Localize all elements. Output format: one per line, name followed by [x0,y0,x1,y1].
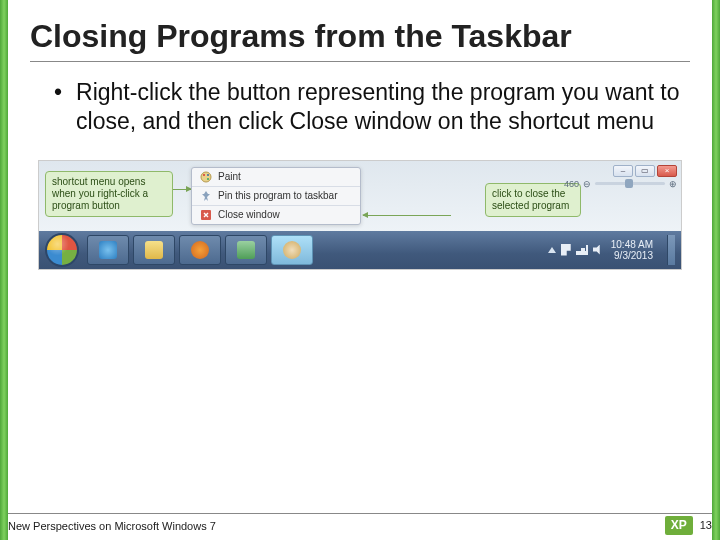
show-desktop-button[interactable] [667,235,675,265]
menu-item-pin[interactable]: Pin this program to taskbar [192,186,360,205]
svg-point-2 [207,174,209,176]
maximize-button[interactable]: ▭ [635,165,655,177]
action-center-icon[interactable] [561,244,571,256]
zoom-out-icon[interactable]: ⊖ [583,179,591,189]
sound-icon[interactable] [593,245,603,255]
menu-label-pin: Pin this program to taskbar [218,190,338,201]
system-tray: 10:48 AM 9/3/2013 [548,235,675,265]
arrow-to-close [363,215,451,216]
paint-icon [200,171,212,183]
start-button[interactable] [45,233,79,267]
slide-title: Closing Programs from the Taskbar [30,18,690,62]
taskbar-pin-media[interactable] [179,235,221,265]
screenshot-figure: shortcut menu opens when you right-click… [38,160,682,270]
paint-taskbar-icon [283,241,301,259]
clock-date: 9/3/2013 [611,250,653,261]
slide-footer: New Perspectives on Microsoft Windows 7 … [8,513,712,532]
callout-left: shortcut menu opens when you right-click… [45,171,173,217]
taskbar-pin-mail[interactable] [225,235,267,265]
xp-badge: XP [665,516,693,535]
window-area: shortcut menu opens when you right-click… [39,161,681,233]
tray-icons [548,244,603,256]
arrow-to-menu [173,189,191,190]
svg-point-0 [201,172,211,182]
slide-left-accent [0,0,8,540]
ie-icon [99,241,117,259]
svg-point-3 [207,178,209,180]
folder-icon [145,241,163,259]
slide-right-accent [712,0,720,540]
zoom-value: 460 [564,179,579,189]
menu-item-close[interactable]: Close window [192,205,360,224]
mail-icon [237,241,255,259]
bullet-text: Right-click the button representing the … [76,78,690,136]
bullet-item: • Right-click the button representing th… [54,78,690,136]
svg-point-1 [203,174,205,176]
pin-icon [200,190,212,202]
menu-label-close: Close window [218,209,280,220]
minimize-button[interactable]: – [613,165,633,177]
network-icon[interactable] [576,245,588,255]
clock[interactable]: 10:48 AM 9/3/2013 [611,239,653,261]
taskbar: 10:48 AM 9/3/2013 [39,231,681,269]
taskbar-pin-paint-active[interactable] [271,235,313,265]
menu-item-paint[interactable]: Paint [192,168,360,186]
close-icon [200,209,212,221]
taskbar-pin-explorer[interactable] [133,235,175,265]
bullet-marker: • [54,78,62,136]
window-chrome-right: – ▭ × 460 ⊖ ⊕ [564,165,677,189]
shortcut-menu: Paint Pin this program to taskbar Close … [191,167,361,225]
tray-overflow-icon[interactable] [548,247,556,253]
zoom-in-icon[interactable]: ⊕ [669,179,677,189]
footer-text: New Perspectives on Microsoft Windows 7 [8,520,216,532]
window-close-button[interactable]: × [657,165,677,177]
menu-label-paint: Paint [218,171,241,182]
taskbar-pin-ie[interactable] [87,235,129,265]
slide-body: Closing Programs from the Taskbar • Righ… [8,0,712,540]
media-icon [191,241,209,259]
page-number: 13 [700,519,712,531]
clock-time: 10:48 AM [611,239,653,250]
zoom-slider[interactable] [595,182,665,185]
window-buttons: – ▭ × [613,165,677,177]
zoom-control: 460 ⊖ ⊕ [564,179,677,189]
